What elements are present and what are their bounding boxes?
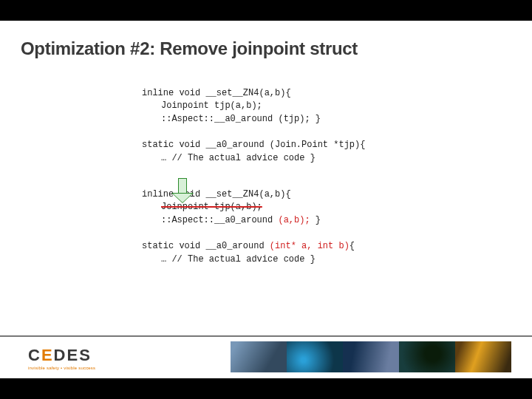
footer-photo [343, 341, 399, 372]
code-line: ::Aspect::__a0_around (tjp); } [142, 113, 532, 126]
footer-photo [287, 341, 343, 372]
code-line: … // The actual advice code } [142, 152, 532, 165]
code-content: inline void __set__ZN4(a,b){ Joinpoint t… [0, 65, 532, 266]
footer-photo [455, 341, 511, 372]
slide-title: Optimization #2: Remove joinpoint struct [0, 21, 532, 65]
code-line: static void __a0_around (Join.Point *tjp… [142, 139, 532, 151]
code-line: Joinpoint tjp(a,b); [142, 100, 532, 112]
footer-photo [231, 341, 287, 372]
cedes-logo: CEDES invisible safety • visible success [28, 346, 139, 370]
code-line: … // The actual advice code } [142, 253, 532, 266]
code-line: inline void __set__ZN4(a,b){ [142, 188, 532, 201]
logo-text: CEDES [28, 346, 139, 365]
code-block-before-2: static void __a0_around (Join.Point *tjp… [142, 139, 532, 165]
logo-subtitle: invisible safety • visible success [28, 366, 139, 370]
slide: Optimization #2: Remove joinpoint struct… [0, 21, 532, 378]
code-block-after-1: inline void __set__ZN4(a,b){ Joinpoint t… [142, 188, 532, 227]
footer-photo-strip [231, 341, 511, 372]
code-block-before-1: inline void __set__ZN4(a,b){ Joinpoint t… [142, 87, 532, 126]
code-line-strike: Joinpoint tjp(a,b); [142, 201, 532, 214]
code-line: inline void __set__ZN4(a,b){ [142, 87, 532, 100]
code-line: ::Aspect::__a0_around (a,b); } [142, 214, 532, 227]
footer: CEDES invisible safety • visible success [0, 337, 532, 378]
code-line: static void __a0_around (int* a, int b){ [142, 240, 532, 253]
footer-photo [399, 341, 455, 372]
code-block-after-2: static void __a0_around (int* a, int b){… [142, 240, 532, 266]
